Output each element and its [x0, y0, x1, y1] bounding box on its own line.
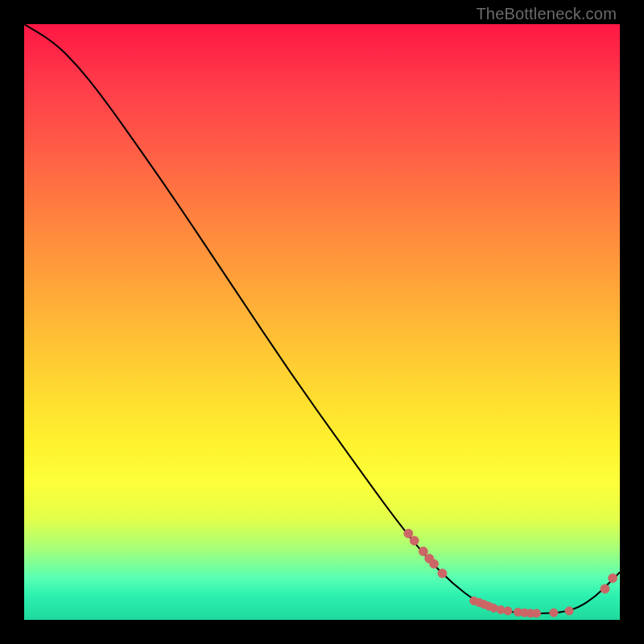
data-marker	[430, 559, 439, 568]
marker-cluster-descent	[404, 529, 447, 578]
data-marker	[565, 607, 573, 615]
data-marker	[601, 584, 609, 593]
data-marker	[550, 609, 558, 617]
data-marker	[532, 609, 540, 617]
data-marker	[609, 574, 617, 583]
bottleneck-curve	[24, 24, 620, 613]
data-marker	[404, 529, 413, 538]
curve-layer	[24, 24, 620, 620]
plot-area	[24, 24, 620, 620]
chart-frame: TheBottleneck.com	[0, 0, 644, 644]
data-marker	[410, 536, 419, 545]
data-marker	[504, 607, 512, 615]
marker-cluster-valley	[470, 597, 574, 617]
data-marker	[438, 569, 447, 578]
watermark-text: TheBottleneck.com	[476, 5, 617, 23]
data-marker	[419, 547, 427, 555]
